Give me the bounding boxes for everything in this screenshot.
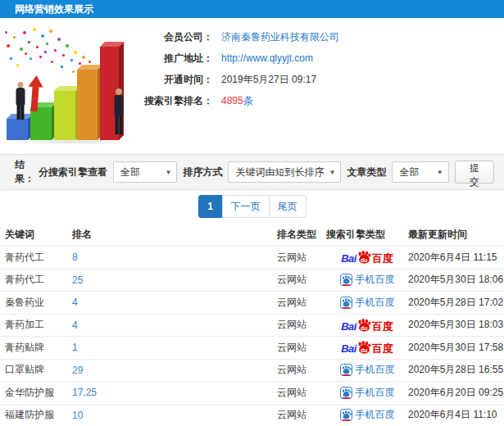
rank-type-cell: 云网站 (277, 408, 326, 422)
engine-cell: Bai du 百度 (326, 251, 408, 264)
engine-cell: Bai du 百度 (326, 319, 408, 332)
rank-link[interactable]: 29 (72, 365, 83, 376)
updated-time-cell: 2020年5月30日 17:58 (408, 341, 504, 355)
table-row: 金华防护服 17,25 云网站 Bai du 百度 (0, 381, 504, 404)
chevron-down-icon: ▼ (166, 169, 172, 176)
keyword-cell: 福建防护服 (5, 408, 72, 422)
updated-time-cell: 2020年5月30日 18:06 (408, 273, 504, 287)
keyword-cell: 膏药代工 (5, 273, 72, 287)
company-label: 会员公司： (146, 30, 213, 44)
rank-link[interactable]: 1 (72, 342, 78, 353)
keyword-cell: 秦鲁药业 (5, 296, 72, 310)
rank-type-cell: 云网站 (277, 251, 326, 265)
mobile-baidu-logo: 手机百度 (340, 296, 395, 310)
mobile-baidu-paw-icon (340, 387, 352, 399)
col-keyword: 关键词 (5, 228, 72, 242)
engine-cell: Bai du 百度 (326, 363, 408, 377)
submit-button[interactable]: 提交 (455, 161, 494, 184)
engine-select[interactable]: 全部▼ (113, 161, 177, 183)
mobile-baidu-logo: 手机百度 (340, 386, 395, 400)
rank-count-value: 4895条 (221, 94, 253, 108)
col-updated: 最新更新时间 (408, 228, 504, 242)
company-name-link[interactable]: 济南秦鲁药业科技有限公司 (221, 30, 339, 44)
url-label: 推广地址： (146, 52, 213, 66)
article-type-label: 文章类型 (347, 165, 386, 179)
company-detail-fields: 会员公司： 济南秦鲁药业科技有限公司 推广地址： http://www.qlyy… (146, 26, 339, 111)
table-row: 膏药贴牌 1 云网站 Bai du 百度 (0, 336, 504, 359)
mobile-baidu-logo: 手机百度 (340, 408, 395, 422)
table-header-row: 关键词 排名 排名类型 搜索引擎类型 最新更新时间 (0, 223, 504, 246)
mobile-baidu-paw-icon (340, 364, 352, 376)
baidu-logo: Bai du 百度 (341, 251, 393, 264)
rank-cell: 25 (72, 274, 277, 286)
updated-time-cell: 2020年5月30日 18:03 (408, 318, 504, 332)
rank-cell: 17,25 (72, 387, 277, 398)
table-row: 膏药加工 4 云网站 Bai du 百度 (0, 314, 504, 337)
rank-link[interactable]: 17,25 (72, 387, 97, 398)
updated-time-cell: 2020年5月28日 16:55 (408, 363, 504, 377)
last-page-button[interactable]: 尾页 (269, 195, 306, 218)
rank-type-cell: 云网站 (277, 318, 326, 332)
rank-cell: 8 (72, 252, 277, 263)
chevron-down-icon: ▼ (437, 169, 443, 176)
rank-cell: 4 (72, 297, 277, 308)
rank-type-cell: 云网站 (277, 386, 326, 400)
promo-url-link[interactable]: http://www.qlyyjt.com (221, 52, 313, 64)
col-rank-type: 排名类型 (277, 228, 326, 242)
article-type-select[interactable]: 全部▼ (392, 161, 448, 183)
baidu-paw-icon: du (357, 251, 371, 264)
mobile-baidu-logo: 手机百度 (340, 363, 395, 377)
mobile-baidu-logo: 手机百度 (340, 273, 395, 287)
pagination-bar: 1 下一页 尾页 (0, 190, 504, 223)
updated-time-cell: 2020年6月4日 11:10 (408, 408, 504, 422)
open-time-value: 2019年5月27日 09:17 (221, 73, 316, 87)
mobile-baidu-paw-icon (340, 297, 352, 309)
page-1-button[interactable]: 1 (198, 195, 223, 218)
rank-link[interactable]: 8 (72, 252, 78, 263)
rank-link[interactable]: 10 (72, 410, 83, 421)
bar-green (30, 107, 52, 140)
keyword-ranking-table: 关键词 排名 排名类型 搜索引擎类型 最新更新时间 膏药代工 8 云网站 Bai (0, 223, 504, 426)
rank-type-cell: 云网站 (277, 296, 326, 310)
engine-cell: Bai du 百度 (326, 341, 408, 354)
marketing-report-page: 网络营销效果展示 (0, 0, 504, 426)
rank-link[interactable]: 4 (72, 320, 78, 331)
rank-link[interactable]: 25 (72, 274, 83, 286)
chevron-down-icon: ▼ (329, 169, 336, 176)
filter-controls: 分搜索引擎查看 全部▼ 排序方式 关键词由短到长排序▼ 文章类型 全部▼ 提交 (39, 161, 494, 184)
rank-cell: 10 (72, 410, 277, 421)
col-rank: 排名 (72, 228, 277, 242)
rank-cell: 29 (72, 365, 277, 376)
window-titlebar: 网络营销效果展示 (0, 0, 504, 18)
result-label: 结果： (15, 158, 39, 186)
field-url: 推广地址： http://www.qlyyjt.com (146, 48, 339, 69)
table-row: 膏药代工 25 云网站 Bai du 百度 (0, 269, 504, 292)
bar-yellow (54, 91, 75, 140)
rank-type-cell: 云网站 (277, 341, 326, 355)
keyword-cell: 金华防护服 (5, 386, 72, 400)
table-row: 口罩贴牌 29 云网站 Bai du 百度 (0, 359, 504, 382)
engine-cell: Bai du 百度 (326, 408, 408, 422)
company-info-section: 会员公司： 济南秦鲁药业科技有限公司 推广地址： http://www.qlyy… (0, 18, 504, 154)
sort-label: 排序方式 (183, 165, 222, 179)
filter-bar: 结果： 分搜索引擎查看 全部▼ 排序方式 关键词由短到长排序▼ 文章类型 全部▼… (0, 154, 504, 190)
keyword-cell: 膏药加工 (5, 318, 72, 332)
rank-cell: 1 (72, 342, 277, 353)
rank-type-cell: 云网站 (277, 363, 326, 377)
updated-time-cell: 2020年5月28日 17:02 (408, 296, 504, 310)
field-company: 会员公司： 济南秦鲁药业科技有限公司 (146, 26, 339, 48)
updated-time-cell: 2020年6月20日 09:25 (408, 386, 504, 400)
col-engine-type: 搜索引擎类型 (326, 228, 408, 242)
mobile-baidu-paw-icon (340, 409, 352, 421)
sort-select[interactable]: 关键词由短到长排序▼ (228, 161, 341, 183)
up-arrow-icon (26, 75, 43, 111)
keyword-cell: 膏药贴牌 (5, 341, 72, 355)
baidu-paw-icon: du (357, 319, 371, 332)
growth-chart-illustration (0, 21, 148, 148)
keyword-cell: 膏药代工 (5, 251, 72, 265)
engine-cell: Bai du 百度 (326, 273, 408, 287)
keyword-cell: 口罩贴牌 (5, 363, 72, 377)
next-page-button[interactable]: 下一页 (222, 195, 270, 218)
rank-link[interactable]: 4 (72, 297, 78, 308)
table-row: 秦鲁药业 4 云网站 Bai du 百度 (0, 291, 504, 314)
